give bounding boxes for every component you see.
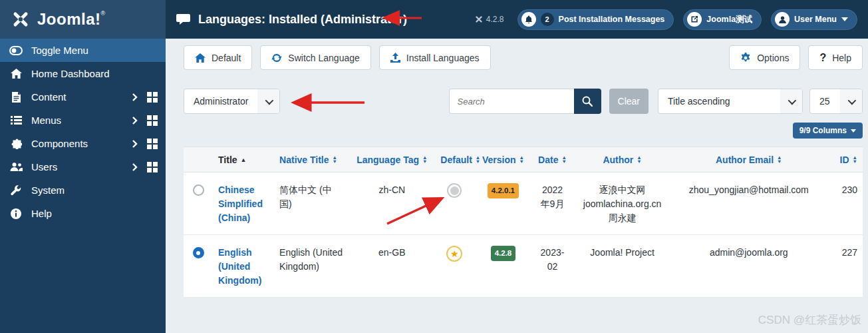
native-title-cell: 简体中文 (中国) <box>274 172 349 235</box>
sidebar-item-label: Toggle Menu <box>31 45 158 56</box>
client-select[interactable]: Administrator <box>184 89 280 114</box>
sidebar-item-label: Help <box>31 208 158 219</box>
language-title-link[interactable]: English (United Kingdom) <box>218 246 269 288</box>
column-header-author-email[interactable]: Author Email▲▼ <box>672 147 825 172</box>
users-icon <box>9 163 23 171</box>
date-cell: 2023-02 <box>532 235 572 298</box>
sidebar: Toggle Menu Home Dashboard Content Menus <box>0 39 166 333</box>
sidebar-item-content[interactable]: Content <box>0 85 166 109</box>
comments-icon <box>176 13 190 25</box>
puzzle-icon <box>9 139 23 149</box>
sidebar-item-menus[interactable]: Menus <box>0 109 166 132</box>
page-title: Languages: Installed (Administrator) <box>198 13 407 27</box>
joomla-version: 4.2.8 <box>475 15 504 24</box>
sidebar-item-label: Content <box>31 91 132 103</box>
joomla-logo-icon <box>11 9 31 29</box>
sort-icon: ▲▼ <box>519 156 524 163</box>
table-row: English (United Kingdom) English (United… <box>184 235 863 298</box>
column-header-version[interactable]: Version▲▼ <box>474 147 532 172</box>
chevron-right-icon[interactable] <box>132 139 138 149</box>
sort-icon: ▲▼ <box>853 156 857 163</box>
version-badge: 4.2.8 <box>491 246 516 261</box>
sidebar-item-label: System <box>31 184 158 196</box>
help-button[interactable]: ? Help <box>808 45 863 70</box>
sort-ascending-icon: ▲ <box>241 157 247 163</box>
sidebar-item-users[interactable]: Users <box>0 155 166 178</box>
pill-label: Post Installation Messages <box>559 15 665 24</box>
sidebar-item-label: Users <box>31 161 132 172</box>
logo-registered-mark: ® <box>101 10 106 17</box>
column-header-native-title[interactable]: Native Title▲▼ <box>274 147 349 172</box>
home-icon <box>195 53 206 63</box>
sidebar-item-help[interactable]: Help <box>0 202 166 225</box>
column-header-language-tag[interactable]: Language Tag▲▼ <box>349 147 435 172</box>
search-button[interactable] <box>574 89 601 114</box>
default-language-star-icon[interactable]: ★ <box>446 246 462 262</box>
user-menu-button[interactable]: User Menu <box>771 9 857 30</box>
author-email-cell: admin@joomla.org <box>672 235 825 298</box>
chevron-right-icon[interactable] <box>132 116 138 125</box>
button-label: Switch Language <box>288 53 359 63</box>
filter-bar: Administrator Clear Title ascending 25 <box>184 89 863 114</box>
logo-text: Joomla! <box>37 10 101 28</box>
pill-label: User Menu <box>794 15 837 24</box>
column-header-title[interactable]: Title▲ <box>213 147 274 172</box>
sort-icon: ▲▼ <box>561 156 566 163</box>
column-header-default[interactable]: Default▲▼ <box>435 147 474 172</box>
default-button[interactable]: Default <box>184 45 252 70</box>
main-content: Default Switch Language Install Language… <box>166 39 868 333</box>
document-icon <box>9 92 23 103</box>
author-cell: 逐浪中文网 joomlachina.org.cn 周永建 <box>573 172 672 235</box>
clear-button[interactable]: Clear <box>609 89 649 114</box>
post-installation-messages-button[interactable]: 2 Post Installation Messages <box>517 9 674 30</box>
upload-icon <box>390 53 400 63</box>
list-icon <box>9 116 23 125</box>
site-preview-button[interactable]: Joomla测试 <box>683 9 762 30</box>
chevron-right-icon[interactable] <box>132 93 138 102</box>
columns-toggle-button[interactable]: 9/9 Columns <box>793 123 863 139</box>
button-label: Install Languages <box>406 53 480 63</box>
grid-icon[interactable] <box>147 162 158 172</box>
row-select-radio[interactable] <box>193 184 204 196</box>
grid-icon[interactable] <box>147 115 158 126</box>
external-link-icon <box>687 12 702 27</box>
language-tag-cell: zh-CN <box>349 172 435 235</box>
sidebar-item-toggle-menu[interactable]: Toggle Menu <box>0 39 166 62</box>
row-select-radio[interactable] <box>193 247 204 258</box>
id-cell: 230 <box>825 172 863 235</box>
search-input[interactable] <box>449 89 574 114</box>
sort-icon: ▲▼ <box>333 156 337 163</box>
sidebar-item-home-dashboard[interactable]: Home Dashboard <box>0 62 166 85</box>
table-header-row: Title▲ Native Title▲▼ Language Tag▲▼ Def… <box>184 147 863 172</box>
languages-table: Title▲ Native Title▲▼ Language Tag▲▼ Def… <box>184 147 863 298</box>
switch-language-button[interactable]: Switch Language <box>260 45 370 70</box>
sidebar-item-label: Components <box>31 138 132 149</box>
chevron-down-icon <box>841 17 848 21</box>
author-email-cell: zhou_yongjian@hotmail.com <box>672 172 825 235</box>
limit-select[interactable]: 25 <box>809 89 863 114</box>
install-languages-button[interactable]: Install Languages <box>379 45 491 70</box>
column-header-author[interactable]: Author▲▼ <box>573 147 672 172</box>
toolbar: Default Switch Language Install Language… <box>184 45 863 70</box>
sort-select[interactable]: Title ascending <box>658 89 803 114</box>
chevron-down-icon <box>851 129 856 133</box>
joomla-mark-icon <box>475 15 483 23</box>
question-icon: ? <box>819 52 826 64</box>
sidebar-item-components[interactable]: Components <box>0 132 166 155</box>
native-title-cell: English (United Kingdom) <box>274 235 349 298</box>
sidebar-item-label: Home Dashboard <box>31 68 158 79</box>
messages-count-badge: 2 <box>541 13 554 26</box>
wrench-icon <box>9 185 23 196</box>
grid-icon[interactable] <box>147 92 158 103</box>
options-button[interactable]: Options <box>729 45 800 70</box>
set-default-button[interactable] <box>447 183 462 198</box>
search-icon <box>582 96 593 107</box>
table-row: Chinese Simplified (China) 简体中文 (中国) zh-… <box>184 172 863 235</box>
grid-icon[interactable] <box>147 139 158 149</box>
sidebar-item-system[interactable]: System <box>0 178 166 202</box>
author-cell: Joomla! Project <box>573 235 672 298</box>
language-title-link[interactable]: Chinese Simplified (China) <box>218 183 269 225</box>
chevron-right-icon[interactable] <box>132 163 138 172</box>
column-header-date[interactable]: Date▲▼ <box>532 147 572 172</box>
column-header-id[interactable]: ID▲▼ <box>825 147 863 172</box>
